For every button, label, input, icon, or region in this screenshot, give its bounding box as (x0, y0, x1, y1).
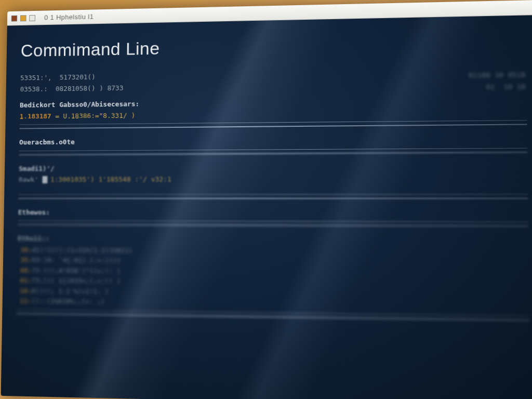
section-label: Ethsii:: (18, 233, 529, 246)
divider (19, 152, 528, 155)
divider (19, 148, 527, 151)
minimize-button[interactable] (20, 15, 26, 21)
divider (18, 197, 528, 198)
divider (19, 124, 527, 129)
screen-frame: 0 1 Hphelstiu l1 Commimand Line 01188 10… (1, 0, 532, 399)
divider (18, 224, 528, 227)
divider (17, 313, 530, 321)
divider (18, 194, 528, 195)
output-line: 0awk' 1:3001035') 1'185548 :'/ v32:1 (19, 173, 528, 184)
window-title: 0 1 Hphelstiu l1 (44, 12, 94, 21)
divider (18, 220, 528, 222)
terminal-heading: Commimand Line (20, 28, 526, 63)
section-label: Smadi1)'/ (19, 162, 528, 174)
terminal-area[interactable]: Commimand Line 01188 10 0518 01 10 18 53… (1, 15, 532, 399)
cursor (42, 176, 47, 183)
section-label: Ethewos: (18, 207, 528, 219)
maximize-button[interactable] (29, 15, 35, 21)
data-block: 38:d1)!ï(():(1»31%(1:2)338I1) 35:03:)0: … (17, 245, 529, 312)
close-button[interactable] (11, 15, 18, 21)
